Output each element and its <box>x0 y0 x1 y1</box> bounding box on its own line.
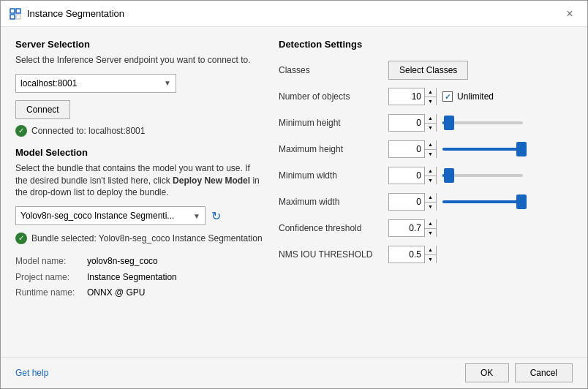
max-height-input[interactable] <box>389 141 424 157</box>
num-objects-spin-up[interactable]: ▲ <box>425 88 436 97</box>
model-name-label: Model name: <box>15 254 81 270</box>
min-width-spin-up[interactable]: ▲ <box>425 167 436 176</box>
runtime-name-row: Runtime name: ONNX @ GPU <box>15 285 264 301</box>
min-height-input[interactable] <box>389 115 424 131</box>
get-help-link[interactable]: Get help <box>15 368 48 378</box>
dialog-container: Instance Segmentation × Server Selection… <box>0 0 588 389</box>
max-width-input[interactable] <box>389 194 424 210</box>
min-width-spinner: ▲ ▼ <box>424 167 436 184</box>
num-objects-row: Number of objects ▲ ▼ Unlimited <box>279 86 573 107</box>
min-height-row: Minimum height ▲ ▼ <box>279 113 573 133</box>
close-button[interactable]: × <box>561 5 578 23</box>
server-dropdown[interactable]: localhost:8001 ▼ <box>15 74 176 93</box>
max-height-spin-up[interactable]: ▲ <box>425 140 436 150</box>
num-objects-spin-down[interactable]: ▼ <box>425 97 436 106</box>
unlimited-checkbox-row: Unlimited <box>442 91 494 102</box>
model-bundle-dropdown[interactable]: Yolov8n-seg_coco Instance Segmenti... ▼ <box>15 206 206 225</box>
server-dropdown-row: localhost:8001 ▼ <box>15 74 264 93</box>
model-info-section: Model name: yolov8n-seg_coco Project nam… <box>15 254 264 301</box>
svg-rect-0 <box>10 9 15 13</box>
max-height-slider[interactable] <box>442 142 523 156</box>
classes-row: Classes Select Classes <box>279 60 573 80</box>
num-objects-input-wrapper: ▲ ▼ <box>388 88 437 105</box>
nms-threshold-input[interactable] <box>389 246 424 263</box>
dialog-body: Server Selection Select the Inference Se… <box>1 27 587 357</box>
server-section-title: Server Selection <box>15 39 264 50</box>
app-icon <box>10 8 21 20</box>
num-objects-label: Number of objects <box>279 91 381 102</box>
connect-button[interactable]: Connect <box>15 100 70 119</box>
connected-status-row: Connected to: localhost:8001 <box>15 125 264 137</box>
min-width-input-wrapper: ▲ ▼ <box>388 167 437 184</box>
nms-threshold-control: ▲ ▼ <box>388 246 437 263</box>
min-width-slider-track <box>442 174 523 177</box>
select-classes-button[interactable]: Select Classes <box>388 61 468 80</box>
min-height-slider[interactable] <box>442 116 523 130</box>
conf-threshold-label: Confidence threshold <box>279 223 381 233</box>
runtime-name-label: Runtime name: <box>15 285 81 301</box>
max-height-input-wrapper: ▲ ▼ <box>388 140 437 158</box>
max-height-slider-fill <box>442 148 521 151</box>
conf-threshold-spinner: ▲ ▼ <box>424 219 436 237</box>
nms-threshold-spin-down[interactable]: ▼ <box>425 255 436 264</box>
max-width-slider-thumb[interactable] <box>516 194 527 209</box>
svg-rect-3 <box>16 15 20 19</box>
server-endpoint-value: localhost:8001 <box>20 78 77 88</box>
model-bundle-value: Yolov8n-seg_coco Instance Segmenti... <box>20 211 174 221</box>
right-panel: Detection Settings Classes Select Classe… <box>279 39 573 345</box>
title-bar: Instance Segmentation × <box>1 1 587 27</box>
runtime-name-value: ONNX @ GPU <box>87 285 146 301</box>
min-height-input-wrapper: ▲ ▼ <box>388 114 437 132</box>
conf-threshold-spin-down[interactable]: ▼ <box>425 229 436 238</box>
min-height-slider-thumb[interactable] <box>444 116 454 130</box>
nms-threshold-row: NMS IOU THRESHOLD ▲ ▼ <box>279 244 573 265</box>
max-height-spin-down[interactable]: ▼ <box>425 150 436 159</box>
min-height-spin-up[interactable]: ▲ <box>425 114 436 124</box>
min-height-label: Minimum height <box>279 118 381 128</box>
project-name-value: Instance Segmentation <box>87 270 177 286</box>
min-width-spin-down[interactable]: ▼ <box>425 176 436 185</box>
max-width-spin-down[interactable]: ▼ <box>425 203 436 211</box>
num-objects-control: ▲ ▼ Unlimited <box>388 88 494 105</box>
unlimited-checkbox[interactable] <box>442 91 453 102</box>
min-width-input[interactable] <box>389 167 424 184</box>
conf-threshold-spin-up[interactable]: ▲ <box>425 219 436 229</box>
max-width-spin-up[interactable]: ▲ <box>425 193 436 203</box>
classes-control: Select Classes <box>388 61 468 80</box>
dialog-title: Instance Segmentation <box>27 8 124 19</box>
settings-grid: Classes Select Classes Number of objects… <box>279 60 573 265</box>
nms-threshold-label: NMS IOU THRESHOLD <box>279 249 381 260</box>
model-section-title: Model Selection <box>15 147 264 158</box>
server-section-desc: Select the Inference Server endpoint you… <box>15 54 264 67</box>
conf-threshold-input-wrapper: ▲ ▼ <box>388 219 437 237</box>
max-height-control: ▲ ▼ <box>388 140 523 158</box>
svg-rect-2 <box>10 15 15 19</box>
min-height-spin-down[interactable]: ▼ <box>425 124 436 132</box>
ok-button[interactable]: OK <box>465 363 509 382</box>
min-width-slider[interactable] <box>442 168 523 183</box>
nms-threshold-spin-up[interactable]: ▲ <box>425 246 436 255</box>
min-width-control: ▲ ▼ <box>388 167 523 184</box>
model-section-desc: Select the bundle that contains the mode… <box>15 162 264 199</box>
min-height-control: ▲ ▼ <box>388 114 523 132</box>
dialog-footer: Get help OK Cancel <box>1 357 587 388</box>
left-panel: Server Selection Select the Inference Se… <box>15 39 264 345</box>
model-name-row: Model name: yolov8n-seg_coco <box>15 254 264 270</box>
unlimited-label: Unlimited <box>457 91 494 102</box>
conf-threshold-input[interactable] <box>389 220 424 236</box>
min-width-label: Minimum width <box>279 170 381 181</box>
model-desc-bold: Deploy New Model <box>173 175 250 186</box>
detection-settings-title: Detection Settings <box>279 39 573 50</box>
max-height-slider-thumb[interactable] <box>516 142 527 156</box>
max-width-spinner: ▲ ▼ <box>424 193 436 211</box>
min-width-slider-thumb[interactable] <box>444 168 454 183</box>
max-height-spinner: ▲ ▼ <box>424 140 436 158</box>
max-height-label: Maximum height <box>279 144 381 154</box>
cancel-button[interactable]: Cancel <box>515 363 573 382</box>
bundle-status-text: Bundle selected: Yolov8n-seg_coco Instan… <box>31 233 263 245</box>
max-width-slider[interactable] <box>442 194 523 209</box>
num-objects-input[interactable] <box>389 88 424 105</box>
min-height-spinner: ▲ ▼ <box>424 114 436 132</box>
num-objects-spinner: ▲ ▼ <box>424 88 436 105</box>
refresh-icon[interactable]: ↻ <box>211 209 221 223</box>
